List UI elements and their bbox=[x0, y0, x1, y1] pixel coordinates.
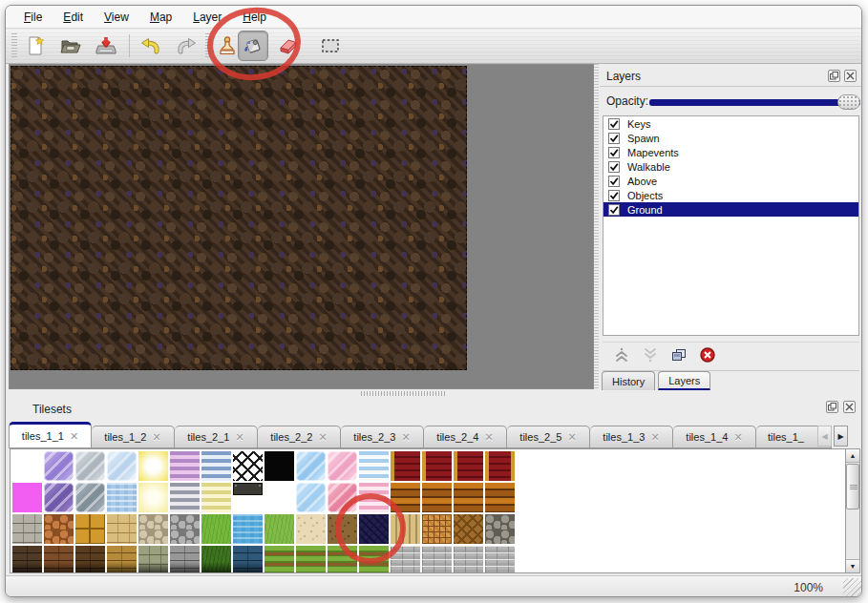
close-tab-icon[interactable]: ✕ bbox=[733, 431, 742, 444]
tileset-tile-tiles_gold[interactable] bbox=[75, 514, 105, 544]
tileset-tile-stone_mossy[interactable] bbox=[138, 546, 168, 573]
tileset-tile-brick_blue[interactable] bbox=[233, 546, 263, 573]
tileset-tile-brick_gray_rows[interactable] bbox=[454, 546, 483, 573]
tileset-tile-water_blue[interactable] bbox=[233, 514, 263, 544]
toolbar-drag-handle[interactable] bbox=[205, 33, 211, 59]
layer-row-mapevents[interactable]: Mapevents bbox=[603, 145, 858, 159]
scroll-down-icon[interactable]: ▼ bbox=[846, 559, 859, 572]
tileset-tile-stripes_purple[interactable] bbox=[170, 451, 200, 481]
tileset-tile-brick_gray_rows[interactable] bbox=[485, 546, 515, 573]
tileset-tile-glass_gray_dk[interactable] bbox=[75, 483, 105, 512]
close-tab-icon[interactable]: ✕ bbox=[70, 430, 78, 443]
resize-grip[interactable] bbox=[843, 578, 862, 597]
tileset-tile-brick_brown[interactable] bbox=[44, 546, 74, 573]
close-tab-icon[interactable]: ✕ bbox=[235, 431, 243, 444]
dock-tab-layers[interactable]: Layers bbox=[658, 371, 710, 390]
tileset-tile-planks_pale_v[interactable] bbox=[391, 514, 420, 544]
layer-visibility-checkbox[interactable] bbox=[608, 161, 620, 173]
save-file-button[interactable] bbox=[93, 32, 119, 59]
opacity-slider-handle[interactable] bbox=[837, 94, 860, 110]
tileset-tab-tiles_1_3[interactable]: tiles_1_3✕ bbox=[590, 426, 673, 448]
tileset-tab-tiles_1_2[interactable]: tiles_1_2✕ bbox=[92, 426, 175, 448]
tileset-tile-planks_orange[interactable] bbox=[485, 483, 515, 512]
tileset-tile-metal_plate[interactable] bbox=[233, 483, 263, 495]
eraser-tool-button[interactable] bbox=[275, 32, 302, 59]
tileset-tile-grass_green[interactable] bbox=[265, 514, 294, 544]
tileset-tab-tiles_2_1[interactable]: tiles_2_1✕ bbox=[175, 426, 258, 448]
tileset-tile-cobble_orange[interactable] bbox=[44, 514, 74, 544]
tileset-tile-farm_rows[interactable] bbox=[296, 546, 326, 573]
close-tab-icon[interactable]: ✕ bbox=[567, 431, 576, 444]
tileset-tile-hedge_dark[interactable] bbox=[201, 546, 231, 573]
tileset-tile-glass_pink2[interactable] bbox=[328, 483, 357, 512]
float-panel-icon[interactable] bbox=[826, 401, 838, 413]
layer-visibility-checkbox[interactable] bbox=[608, 190, 620, 201]
tileset-tile-stripes_blue2[interactable] bbox=[359, 451, 389, 481]
float-panel-icon[interactable] bbox=[828, 70, 840, 82]
map-canvas[interactable] bbox=[9, 64, 594, 389]
tileset-tile-navy_weave[interactable] bbox=[359, 514, 389, 544]
close-panel-icon[interactable] bbox=[843, 401, 856, 413]
tileset-tab-tiles_2_3[interactable]: tiles_2_3✕ bbox=[341, 426, 424, 448]
menu-view[interactable]: View bbox=[94, 8, 139, 27]
tileset-tile-stripes_gray[interactable] bbox=[170, 483, 200, 512]
tileset-tile-stripes_yellow[interactable] bbox=[201, 483, 231, 512]
dock-tab-history[interactable]: History bbox=[602, 371, 655, 390]
tileset-tile-brick_dark[interactable] bbox=[12, 546, 42, 573]
close-tab-icon[interactable]: ✕ bbox=[650, 431, 659, 444]
tileset-tile-magenta[interactable] bbox=[12, 483, 42, 512]
scrollbar-thumb[interactable] bbox=[846, 464, 859, 509]
tileset-tile-lattice[interactable] bbox=[233, 451, 263, 481]
undo-button[interactable] bbox=[137, 32, 163, 59]
rect-select-tool-button[interactable] bbox=[317, 32, 344, 59]
close-tab-icon[interactable]: ✕ bbox=[401, 431, 410, 444]
layer-row-objects[interactable]: Objects bbox=[603, 188, 858, 202]
tileset-tile-stone_gray[interactable] bbox=[12, 514, 42, 544]
map-filled-region[interactable] bbox=[11, 66, 467, 370]
layer-visibility-checkbox[interactable] bbox=[608, 147, 620, 158]
tileset-tab-tiles_2_2[interactable]: tiles_2_2✕ bbox=[258, 426, 341, 448]
tileset-tile-curtain[interactable] bbox=[454, 451, 483, 481]
tileset-tile-black[interactable] bbox=[265, 451, 294, 481]
tileset-tile-stripes_pink[interactable] bbox=[359, 483, 389, 512]
tileset-tab-tiles_2_4[interactable]: tiles_2_4✕ bbox=[424, 426, 507, 448]
tileset-tile-glass_pink[interactable] bbox=[328, 451, 357, 481]
duplicate-layer-button[interactable] bbox=[669, 347, 688, 366]
tileset-tile-basket_weave[interactable] bbox=[422, 514, 452, 544]
tileset-tile-pale_yellow[interactable] bbox=[138, 483, 168, 512]
tileset-tile-glass_blue[interactable] bbox=[107, 451, 137, 481]
tab-scroll-left-icon[interactable]: ◀ bbox=[817, 426, 832, 447]
tileset-tile-glass_gray[interactable] bbox=[75, 451, 105, 481]
tileset-tile-farm_rows[interactable] bbox=[359, 546, 389, 573]
tileset-tile-brick_gray[interactable] bbox=[170, 546, 200, 573]
close-tab-icon[interactable]: ✕ bbox=[318, 431, 327, 444]
close-tab-icon[interactable]: ✕ bbox=[484, 431, 493, 444]
fill-tool-button[interactable] bbox=[238, 31, 268, 61]
tileset-tile-farm_rows[interactable] bbox=[265, 546, 294, 573]
tileset-tile-curtain[interactable] bbox=[391, 451, 420, 481]
layer-visibility-checkbox[interactable] bbox=[608, 118, 620, 130]
menu-map[interactable]: Map bbox=[139, 8, 182, 27]
tileset-tile-logs_gray[interactable] bbox=[485, 514, 515, 544]
layer-visibility-checkbox[interactable] bbox=[608, 204, 620, 216]
tileset-tile-pebbles_beige[interactable] bbox=[138, 514, 168, 544]
layer-row-spawn[interactable]: Spawn bbox=[603, 131, 858, 145]
delete-layer-button[interactable] bbox=[698, 347, 717, 366]
horizontal-splitter[interactable] bbox=[361, 391, 447, 396]
new-file-button[interactable] bbox=[22, 32, 49, 59]
scroll-up-icon[interactable]: ▲ bbox=[846, 449, 859, 463]
close-tab-icon[interactable]: ✕ bbox=[152, 431, 160, 444]
tileset-tile-glow_yellow[interactable] bbox=[138, 451, 168, 481]
layer-row-keys[interactable]: Keys bbox=[603, 116, 858, 131]
vertical-splitter[interactable] bbox=[594, 64, 599, 389]
layer-row-above[interactable]: Above bbox=[603, 174, 858, 188]
tileset-tile-curtain[interactable] bbox=[422, 451, 452, 481]
move-layer-down-button[interactable] bbox=[641, 347, 660, 366]
tileset-tile-grass_bright[interactable] bbox=[201, 514, 231, 544]
tileset-tile-dirt_speckled[interactable] bbox=[328, 514, 357, 544]
open-file-button[interactable] bbox=[57, 32, 84, 59]
tileset-tile-cobble_gray[interactable] bbox=[170, 514, 200, 544]
toolbar-drag-handle[interactable] bbox=[11, 33, 17, 59]
tileset-tile-glass_purple_dk[interactable] bbox=[44, 483, 74, 512]
tileset-tile-planks_orange[interactable] bbox=[422, 483, 452, 512]
